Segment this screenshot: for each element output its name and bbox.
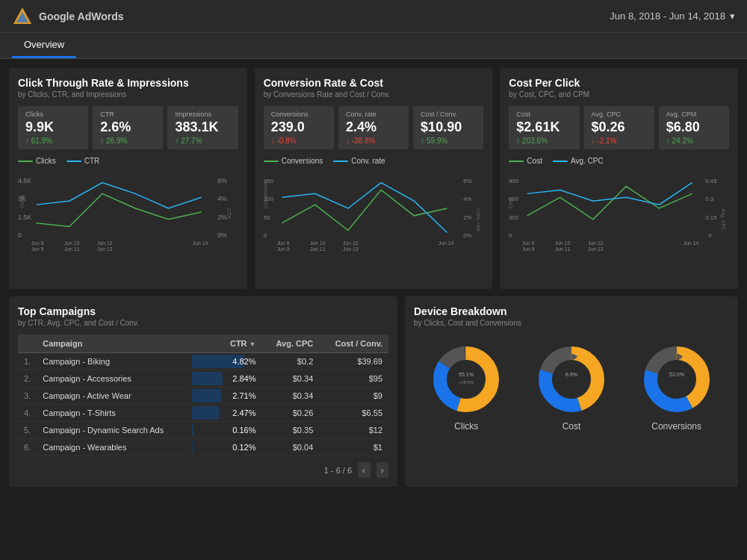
row-cost-conv: $39.69 [319,353,388,370]
conv-chart: 150 100 50 0 6% 4% 2% 0% Jun 8 [264,168,484,280]
cpc-chart: 900 600 300 0 0.45 0.3 0.15 0 Ju [509,168,729,280]
svg-text:0: 0 [709,232,713,239]
row-cost-conv: $12 [319,422,388,439]
ctr-impressions-subtitle: by Clicks, CTR, and Impressions [18,90,238,99]
svg-text:Jun 9: Jun 9 [522,246,535,252]
table-row: 6.Campaign - Wearables0.12%$0.04$1 [18,439,388,456]
legend-conv-rate-label: Conv. rate [351,157,385,165]
svg-text:55.1%: 55.1% [459,372,474,377]
main-content: Click Through Rate & Impressions by Clic… [0,59,747,496]
row-ctr: 2.84% [192,370,261,388]
legend-cost: Cost [509,157,542,165]
ctr-impressions-panel: Click Through Rate & Impressions by Clic… [9,68,247,289]
row-num: 4. [18,405,37,422]
donut-row: 55.1% +18.5% Clicks 6.9% Cost [414,342,729,432]
legend-conv-rate-dot [333,161,348,162]
tab-overview[interactable]: Overview [12,33,76,58]
clicks-value: 9.9K [25,119,81,135]
svg-text:50: 50 [264,214,270,221]
conversions-value: 239.0 [271,119,326,135]
legend-avg-cpc: Avg. CPC [553,157,604,165]
svg-text:0: 0 [18,231,22,239]
legend-ctr-label: CTR [84,157,100,165]
svg-text:Jun 14: Jun 14 [684,240,699,246]
cpc-kpi-row: Cost $2.61K ↑ 203.6% Avg. CPC $0.26 ↓ -2… [509,106,729,149]
row-avg-cpc: $0.26 [262,405,320,422]
row-ctr: 0.16% [192,422,261,439]
logo-text: Google AdWords [39,10,124,22]
avg-cpc-label: Avg. CPC [592,111,647,118]
pagination-prev-button[interactable]: ‹ [358,462,370,478]
col-campaign: Campaign [37,335,192,353]
clicks-label: Clicks [25,111,81,118]
campaigns-subtitle: by CTR, Avg. CPC, and Cost / Conv. [18,319,388,327]
impressions-kpi: Impressions 383.1K ↑ 27.7% [167,106,238,149]
clicks-kpi: Clicks 9.9K ↑ 61.9% [18,106,88,149]
col-avg-cpc: Avg. CPC [262,335,320,353]
avg-cpc-change: ↓ -2.1% [592,137,647,145]
table-row: 1.Campaign - Biking4.82%$0.2$39.69 [18,353,388,370]
row-campaign-name: Campaign - Wearables [37,439,192,456]
svg-text:4%: 4% [217,195,227,202]
pagination-text: 1 - 6 / 6 [324,466,352,475]
svg-text:300: 300 [509,214,519,221]
svg-text:Jun 9: Jun 9 [31,246,44,252]
svg-text:Jun 13: Jun 13 [588,246,604,252]
col-ctr[interactable]: CTR ▼ [192,335,261,353]
svg-text:Jun 13: Jun 13 [97,246,113,252]
cost-donut: 6.9% Cost [534,342,609,432]
legend-ctr-dot [66,161,81,162]
svg-text:Jun 8: Jun 8 [31,240,44,246]
legend-avg-cpc-label: Avg. CPC [571,157,604,165]
cost-conv-value: $10.90 [421,119,476,135]
impressions-change: ↑ 27.7% [175,137,230,145]
row-campaign-name: Campaign - Accessories [37,370,192,388]
conv-legend: Conversions Conv. rate [264,157,484,165]
svg-text:4.5K: 4.5K [18,177,31,184]
row-campaign-name: Campaign - Active Wear [37,388,192,405]
conversions-change: ↓ -0.8% [271,137,326,145]
clicks-donut-svg: 55.1% +18.5% [429,342,503,417]
ctr-chart-svg: 4.5K 3K 1.5K 0 6% 4% 2% 0% [18,168,238,264]
conv-rate-kpi: Conv. rate 2.4% ↓ -38.8% [338,106,409,149]
ctr-kpi: CTR 2.6% ↑ 26.9% [93,106,163,149]
legend-clicks: Clicks [18,157,56,165]
svg-text:0: 0 [264,232,267,239]
legend-avg-cpc-dot [553,161,568,162]
svg-text:Jun 8: Jun 8 [522,240,535,246]
device-subtitle: by Clicks, Cost and Conversions [414,319,729,327]
svg-text:0%: 0% [217,231,227,239]
device-title: Device Breakdown [414,305,729,317]
pagination-next-button[interactable]: › [376,462,388,478]
google-adwords-logo-icon [12,6,33,27]
row-avg-cpc: $0.04 [262,439,320,456]
svg-text:0.45: 0.45 [706,178,718,184]
svg-text:Jun 8: Jun 8 [276,240,289,246]
conv-rate-value: 2.4% [346,119,401,135]
svg-text:0%: 0% [463,232,471,239]
top-panels-row: Click Through Rate & Impressions by Clic… [9,68,738,289]
svg-text:+18.5%: +18.5% [459,380,474,385]
table-row: 4.Campaign - T-Shirts2.47%$0.26$6.55 [18,405,388,422]
conversion-rate-subtitle: by Conversions Rate and Cost / Conv. [264,90,484,99]
cost-change: ↑ 203.6% [516,137,571,145]
campaigns-title: Top Campaigns [18,305,388,317]
legend-cost-dot [509,161,524,162]
svg-text:Jun 10: Jun 10 [555,240,571,246]
svg-text:Jun 11: Jun 11 [64,246,80,252]
ctr-value: 2.6% [100,119,155,135]
svg-text:Jun 9: Jun 9 [276,246,289,252]
row-cost-conv: $1 [319,439,388,456]
svg-text:Clicks: Clicks [19,194,25,208]
table-row: 3.Campaign - Active Wear2.71%$0.34$9 [18,388,388,405]
svg-text:0: 0 [509,232,512,239]
row-ctr: 0.12% [192,439,261,456]
date-range-selector[interactable]: Jun 8, 2018 - Jun 14, 2018 ▾ [610,10,735,22]
svg-text:Conv. rate: Conv. rate [476,208,481,231]
bottom-panels-row: Top Campaigns by CTR, Avg. CPC, and Cost… [9,296,738,487]
conv-chart-svg: 150 100 50 0 6% 4% 2% 0% Jun 8 [264,168,484,264]
svg-text:CTR: CTR [226,208,232,219]
cost-conv-label: Cost / Conv. [421,111,476,118]
svg-text:Jun 14: Jun 14 [438,240,453,246]
device-breakdown-panel: Device Breakdown by Clicks, Cost and Con… [405,296,738,487]
